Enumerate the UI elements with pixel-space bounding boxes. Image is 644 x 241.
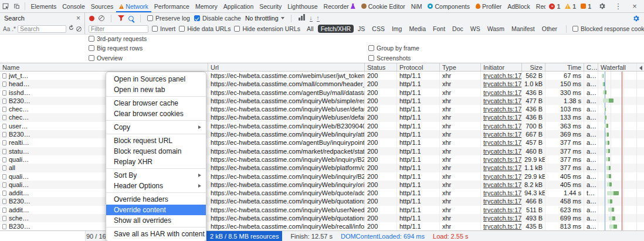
tab-cookie-editor[interactable]: Cookie Editor	[358, 0, 408, 12]
filter-chip-img[interactable]: Img	[389, 25, 405, 33]
record-network-log-button[interactable]	[89, 16, 94, 21]
table-row[interactable]: user…https://ec-hwbeta.casstime.com/inqu…	[0, 122, 644, 130]
tab-lighthouse[interactable]: Lighthouse	[284, 0, 320, 12]
column-header-status[interactable]: Status	[365, 63, 397, 71]
disable-cache-checkbox[interactable]: Disable cache	[194, 15, 241, 22]
clear-search-icon[interactable]	[76, 26, 82, 32]
filter-chip-ws[interactable]: WS	[467, 25, 483, 33]
initiator-link[interactable]: trycatch.ts:179	[483, 181, 522, 188]
filter-chip-fetch-xhr[interactable]: Fetch/XHR	[318, 25, 354, 33]
filter-chip-js[interactable]: JS	[355, 25, 368, 33]
initiator-link[interactable]: trycatch.ts:179	[483, 156, 522, 163]
column-header-protocol[interactable]: Protocol	[397, 63, 440, 71]
column-header-waterfall[interactable]: Waterfall	[598, 63, 644, 71]
table-row[interactable]: isshd…https://ec-hwbeta.casstime.com/age…	[0, 89, 644, 97]
filter-chip-doc[interactable]: Doc	[449, 25, 466, 33]
clear-network-log-icon[interactable]	[99, 15, 104, 21]
search-pane-close-icon[interactable]: ×	[76, 15, 80, 22]
column-header-url[interactable]: Url	[208, 63, 365, 71]
throttling-select[interactable]: No throttling	[245, 15, 284, 22]
menu-item-open-in-new-tab[interactable]: Open in new tab	[106, 84, 206, 95]
tab-performance[interactable]: Performance	[151, 0, 192, 12]
tab-adblock[interactable]: AdBlock	[504, 0, 533, 12]
initiator-link[interactable]: trycatch.ts:179	[483, 215, 522, 222]
table-row[interactable]: quali…https://ec-hwbeta.casstime.com/inq…	[0, 172, 644, 181]
menu-item-save-all-as-har-with-content[interactable]: Save all as HAR with content	[106, 229, 206, 239]
group-by-frame-checkbox[interactable]: Group by frame	[368, 45, 419, 52]
big-request-rows-checkbox[interactable]: Big request rows	[89, 45, 143, 52]
table-row[interactable]: sche…https://ec-hwbeta.casstime.com/inqu…	[0, 214, 644, 222]
network-filter-input[interactable]	[89, 25, 148, 33]
initiator-link[interactable]: trycatch.ts:179	[483, 131, 522, 138]
error-badge[interactable]: ×1	[549, 3, 560, 10]
filter-chip-font[interactable]: Font	[430, 25, 448, 33]
import-har-icon[interactable]: ↓	[310, 15, 313, 22]
menu-item-block-request-url[interactable]: Block request URL	[106, 135, 206, 146]
column-header-type[interactable]: Type	[440, 63, 481, 71]
menu-item-block-request-domain[interactable]: Block request domain	[106, 146, 206, 157]
initiator-link[interactable]: trycatch.ts:179	[483, 223, 522, 230]
network-search-icon[interactable]	[128, 16, 134, 21]
table-row[interactable]: addit…https://ec-hwbeta.casstime.com/inq…	[0, 206, 644, 214]
initiator-link[interactable]: trycatch.ts:179	[483, 89, 522, 96]
initiator-link[interactable]: trycatch.ts:179	[483, 198, 522, 205]
tab-recorder[interactable]: Recorder	[321, 0, 358, 12]
inspect-element-icon[interactable]	[0, 0, 11, 12]
menu-item-show-all-overrides[interactable]: Show all overrides	[106, 215, 206, 226]
table-row[interactable]: realti…https://ec-hwbeta.casstime.com/ag…	[0, 138, 644, 147]
third-party-requests-checkbox[interactable]: 3rd-party requests	[89, 35, 147, 42]
filter-toggle-icon[interactable]	[118, 15, 124, 21]
filter-chip-all[interactable]: All	[304, 25, 317, 33]
column-header-size[interactable]: Size	[522, 63, 545, 71]
table-row[interactable]: quali…https://ec-hwbeta.casstime.com/inq…	[0, 181, 644, 189]
tab-components[interactable]: Components	[425, 0, 473, 12]
column-header-time[interactable]: Time	[545, 63, 584, 71]
menu-item-copy[interactable]: Copy	[106, 122, 206, 133]
column-header-c[interactable]: C…	[584, 63, 598, 71]
warning-badge[interactable]: 1	[565, 3, 576, 10]
table-row[interactable]: B230…https://ec-hwbeta.casstime.com/inqu…	[0, 197, 644, 205]
table-row[interactable]: B230…https://ec-hwbeta.casstime.com/inqu…	[0, 97, 644, 105]
device-toolbar-icon[interactable]	[11, 0, 22, 12]
filter-chip-css[interactable]: CSS	[369, 25, 388, 33]
close-devtools-icon[interactable]: ×	[629, 2, 640, 10]
tab-sources[interactable]: Sources	[88, 0, 117, 12]
tab-nim[interactable]: NiM	[408, 0, 425, 12]
tab-network[interactable]: Network	[116, 0, 151, 12]
tab-profiler[interactable]: Profiler	[473, 0, 504, 12]
export-har-icon[interactable]: ↑	[317, 15, 320, 22]
hide-extension-urls-checkbox[interactable]: Hide extension URLs	[234, 25, 300, 32]
screenshots-checkbox[interactable]: Screenshots	[368, 55, 411, 62]
table-row[interactable]: chec…https://ec-hwbeta.casstime.com/inqu…	[0, 113, 644, 121]
overview-checkbox[interactable]: Overview	[89, 55, 123, 62]
table-row[interactable]: quali…https://ec-hwbeta.casstime.com/inq…	[0, 155, 644, 164]
tab-console[interactable]: Console	[59, 0, 88, 12]
initiator-link[interactable]: trycatch.ts:179	[483, 97, 522, 104]
tab-elements[interactable]: Elements	[28, 0, 59, 12]
initiator-link[interactable]: trycatch.ts:179	[483, 189, 522, 196]
menu-item-clear-browser-cookies[interactable]: Clear browser cookies	[106, 108, 206, 119]
initiator-link[interactable]: trycatch.ts:179	[483, 114, 522, 121]
initiator-link[interactable]: trycatch.ts:179	[483, 173, 522, 180]
table-row[interactable]: head…https://ec-hwbeta.casstime.com/mall…	[0, 80, 644, 88]
waterfall-sort-icon[interactable]	[639, 66, 642, 70]
hide-data-urls-checkbox[interactable]: Hide data URLs	[179, 25, 231, 32]
table-row[interactable]: statu…https://ec-hwbeta.casstime.com/mar…	[0, 147, 644, 155]
table-row[interactable]: chec…https://ec-hwbeta.casstime.com/inqu…	[0, 105, 644, 113]
refresh-search-icon[interactable]	[68, 25, 74, 33]
menu-item-clear-browser-cache[interactable]: Clear browser cache	[106, 98, 206, 108]
settings-gear-icon[interactable]	[596, 2, 608, 10]
preserve-log-checkbox[interactable]: Preserve log	[147, 15, 190, 22]
tab-memory[interactable]: Memory	[192, 0, 221, 12]
tab-application[interactable]: Application	[221, 0, 256, 12]
tab-security[interactable]: Security	[256, 0, 284, 12]
search-input[interactable]	[18, 25, 66, 33]
menu-item-header-options[interactable]: Header Options	[106, 181, 206, 191]
initiator-link[interactable]: trycatch.ts:179	[483, 139, 522, 146]
menu-item-sort-by[interactable]: Sort By	[106, 170, 206, 181]
blocked-response-cookies-checkbox[interactable]: Blocked response cookies	[572, 25, 644, 32]
more-options-icon[interactable]: ⋮	[612, 2, 624, 10]
match-case-toggle[interactable]: Aa	[3, 26, 10, 32]
initiator-link[interactable]: trycatch.ts:179	[483, 106, 522, 113]
table-row[interactable]: B230…https://ec-hwbeta.casstime.com/inqu…	[0, 130, 644, 138]
